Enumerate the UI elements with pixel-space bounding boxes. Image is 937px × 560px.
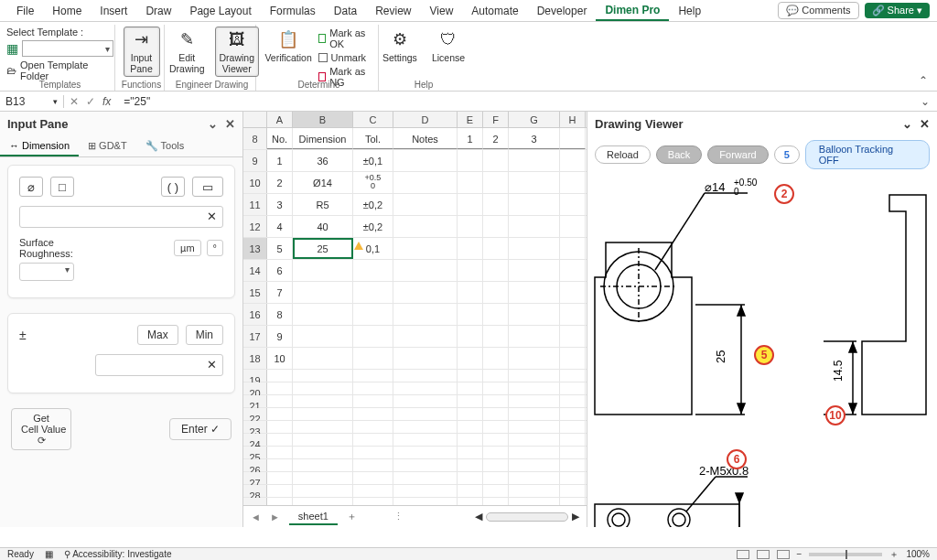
- row-header[interactable]: 9: [243, 150, 267, 171]
- cell[interactable]: No.: [267, 128, 293, 149]
- cell[interactable]: [483, 447, 509, 458]
- row-header[interactable]: 18: [243, 348, 267, 369]
- view-pagelayout-icon[interactable]: [757, 550, 770, 559]
- cell[interactable]: [393, 447, 458, 458]
- cell[interactable]: [509, 238, 560, 259]
- cell[interactable]: [458, 485, 483, 497]
- cell[interactable]: [560, 421, 586, 433]
- cell[interactable]: 3: [509, 128, 560, 149]
- balloon-5[interactable]: 5: [754, 345, 774, 365]
- col-c[interactable]: C: [353, 112, 393, 127]
- cell[interactable]: [393, 348, 458, 369]
- cell[interactable]: [267, 408, 293, 420]
- cell[interactable]: [560, 434, 586, 446]
- cell[interactable]: [293, 382, 353, 394]
- cell[interactable]: [560, 128, 586, 149]
- cell[interactable]: [393, 421, 458, 433]
- cell[interactable]: [293, 459, 353, 471]
- min-button[interactable]: Min: [186, 325, 223, 345]
- unmark-button[interactable]: Unmark: [318, 51, 374, 64]
- row-header[interactable]: 20: [243, 382, 267, 394]
- col-b[interactable]: B: [293, 112, 353, 127]
- row-header[interactable]: 28: [243, 485, 267, 497]
- cell[interactable]: [393, 472, 458, 484]
- cell[interactable]: 8: [267, 304, 293, 325]
- cell[interactable]: [483, 421, 509, 433]
- row-header[interactable]: 21: [243, 395, 267, 407]
- get-cell-value-button[interactable]: Get Cell Value ⟳: [11, 408, 71, 450]
- cell[interactable]: [353, 382, 393, 394]
- cell[interactable]: [293, 348, 353, 369]
- row-header[interactable]: 25: [243, 447, 267, 458]
- balloon-6[interactable]: 6: [727, 449, 747, 469]
- cell[interactable]: [560, 260, 586, 281]
- cell[interactable]: [458, 498, 483, 505]
- row-header[interactable]: 15: [243, 282, 267, 303]
- row-header[interactable]: 24: [243, 434, 267, 446]
- cell[interactable]: [509, 172, 560, 193]
- view-normal-icon[interactable]: [737, 550, 749, 559]
- cell[interactable]: [293, 447, 353, 458]
- formula-input[interactable]: ="25": [116, 95, 913, 108]
- cell[interactable]: [393, 408, 458, 420]
- cell[interactable]: [393, 282, 458, 303]
- cell[interactable]: [483, 498, 509, 505]
- cell[interactable]: [458, 194, 483, 215]
- chevron-down-icon[interactable]: ⌄: [902, 117, 912, 131]
- cell[interactable]: [293, 408, 353, 420]
- cell[interactable]: [293, 260, 353, 281]
- cell[interactable]: [293, 326, 353, 347]
- cell[interactable]: [509, 498, 560, 505]
- cell[interactable]: [458, 304, 483, 325]
- cell[interactable]: [393, 172, 458, 193]
- name-box[interactable]: B13▾: [0, 95, 64, 108]
- cell[interactable]: [560, 370, 586, 382]
- cell[interactable]: [458, 472, 483, 484]
- cell[interactable]: [483, 348, 509, 369]
- balloon-2[interactable]: 2: [774, 184, 794, 204]
- col-d[interactable]: D: [393, 112, 458, 127]
- tab-tools[interactable]: 🔧 Tools: [136, 136, 194, 156]
- cell[interactable]: ±0,2: [353, 194, 393, 215]
- menu-pagelayout[interactable]: Page Layout: [180, 2, 260, 20]
- cell[interactable]: [509, 485, 560, 497]
- zoom-slider[interactable]: [809, 553, 882, 556]
- cell[interactable]: [483, 260, 509, 281]
- tolerance-input[interactable]: ✕: [95, 354, 223, 376]
- cell[interactable]: 7: [267, 282, 293, 303]
- back-button[interactable]: Back: [656, 145, 702, 164]
- balloon-number[interactable]: 5: [774, 145, 800, 164]
- cell[interactable]: [560, 447, 586, 458]
- select-all-corner[interactable]: [243, 112, 267, 127]
- cell[interactable]: [267, 459, 293, 471]
- cell[interactable]: Ø14: [293, 172, 353, 193]
- cell[interactable]: [393, 326, 458, 347]
- cell[interactable]: [458, 216, 483, 237]
- sheet-nav-next-icon[interactable]: ►: [270, 512, 280, 522]
- cell[interactable]: [560, 472, 586, 484]
- cell[interactable]: 2: [483, 128, 509, 149]
- cell[interactable]: 3: [267, 194, 293, 215]
- cell[interactable]: [353, 395, 393, 407]
- cell[interactable]: [458, 408, 483, 420]
- row-header[interactable]: 10: [243, 172, 267, 193]
- cell[interactable]: [483, 408, 509, 420]
- cell[interactable]: 36: [293, 150, 353, 171]
- sheet-tab[interactable]: sheet1: [289, 509, 338, 525]
- zoom-level[interactable]: 100%: [906, 549, 930, 559]
- cell[interactable]: [458, 282, 483, 303]
- row-header[interactable]: 27: [243, 472, 267, 484]
- cell[interactable]: [509, 326, 560, 347]
- cell[interactable]: [458, 459, 483, 471]
- edit-drawing-button[interactable]: ✎ Edit Drawing: [165, 27, 210, 77]
- menu-automate[interactable]: Automate: [462, 2, 527, 20]
- cell[interactable]: [393, 194, 458, 215]
- cell[interactable]: [353, 282, 393, 303]
- cell[interactable]: [458, 382, 483, 394]
- settings-button[interactable]: ⚙ Settings: [378, 27, 422, 67]
- cell[interactable]: [509, 216, 560, 237]
- cell[interactable]: [393, 150, 458, 171]
- cell[interactable]: [267, 421, 293, 433]
- cell[interactable]: [293, 434, 353, 446]
- menu-data[interactable]: Data: [325, 2, 366, 20]
